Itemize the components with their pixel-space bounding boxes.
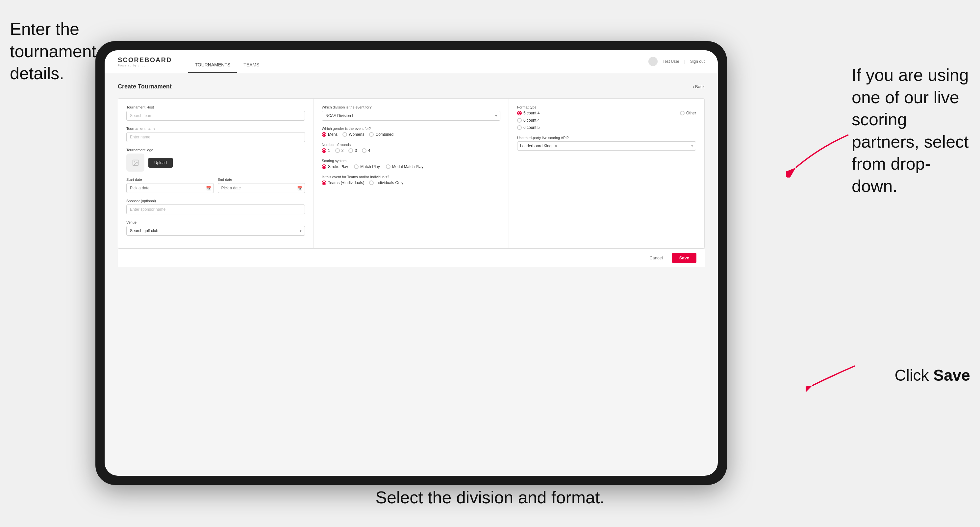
rounds-3[interactable]: 3 [348, 148, 357, 153]
end-date-group: End date 📅 [218, 178, 305, 193]
logo-label: Tournament logo [126, 148, 305, 152]
rounds-3-label: 3 [355, 148, 357, 153]
nav-tabs: TOURNAMENTS TEAMS [188, 50, 266, 73]
host-group: Tournament Host [126, 105, 305, 121]
venue-select-wrapper: Search golf club [126, 226, 305, 236]
format-5count4[interactable]: 5 count 4 [517, 111, 539, 115]
teams-plus-individuals[interactable]: Teams (+Individuals) [322, 181, 364, 185]
rounds-2[interactable]: 2 [335, 148, 344, 153]
avatar [648, 57, 658, 66]
annotation-if-using: If you are using one of our live scoring… [852, 64, 970, 198]
calendar-icon-start: 📅 [206, 186, 211, 190]
sponsor-input[interactable] [126, 205, 305, 214]
format-6count5-dot [517, 125, 522, 130]
api-tag: Leaderboard King ✕ ▾ [517, 141, 696, 151]
rounds-1[interactable]: 1 [322, 148, 330, 153]
api-dropdown-icon[interactable]: ▾ [691, 144, 693, 148]
format-6count5-label: 6 count 5 [523, 125, 539, 130]
upload-button[interactable]: Upload [148, 158, 173, 168]
gender-womens-label: Womens [349, 132, 364, 137]
gender-label: Which gender is the event for? [322, 127, 500, 130]
gender-mens-dot [322, 132, 326, 137]
scoring-radio-group: Stroke Play Match Play Medal Match Play [322, 164, 500, 169]
venue-select[interactable]: Search golf club [126, 226, 305, 236]
user-name: Test User [663, 59, 679, 64]
scoring-match-dot [354, 164, 359, 169]
rounds-group: Number of rounds 1 2 [322, 143, 500, 153]
logo-upload-area: Upload [126, 154, 305, 171]
tablet-screen: SCOREBOARD Powered by clippit TOURNAMENT… [105, 50, 718, 476]
format-6count4-label: 6 count 4 [523, 118, 539, 123]
save-button[interactable]: Save [672, 253, 697, 263]
start-date-input[interactable] [126, 183, 214, 193]
gender-mens-label: Mens [328, 132, 337, 137]
gender-combined[interactable]: Combined [369, 132, 393, 137]
teams-radio-group: Teams (+Individuals) Individuals Only [322, 181, 500, 185]
api-remove-icon[interactable]: ✕ [554, 143, 558, 149]
division-select-wrapper: NCAA Division I [322, 111, 500, 121]
page-title: Create Tournament [118, 83, 172, 90]
venue-label: Venue [126, 220, 305, 224]
format-5count4-label: 5 count 4 [523, 111, 539, 115]
header-right: Test User | Sign out [648, 57, 705, 66]
scoring-medal-dot [386, 164, 390, 169]
rounds-1-label: 1 [328, 148, 330, 153]
signout-link[interactable]: Sign out [690, 59, 705, 64]
rounds-4-label: 4 [368, 148, 371, 153]
rounds-4[interactable]: 4 [362, 148, 371, 153]
api-value: Leaderboard King [520, 144, 551, 148]
scoring-stroke-dot [322, 164, 326, 169]
format-6count5[interactable]: 6 count 5 [517, 125, 539, 130]
logo-group: Tournament logo Upload [126, 148, 305, 171]
app-logo: SCOREBOARD [118, 56, 172, 64]
start-date-wrapper: 📅 [126, 183, 214, 193]
division-group: Which division is the event for? NCAA Di… [322, 105, 500, 121]
format-row: 5 count 4 6 count 4 6 count 5 [517, 111, 696, 130]
form-column-2: Which division is the event for? NCAA Di… [313, 98, 509, 248]
gender-group: Which gender is the event for? Mens Wome… [322, 127, 500, 137]
format-right: Other [680, 111, 696, 115]
host-input[interactable] [126, 111, 305, 121]
app-container: SCOREBOARD Powered by clippit TOURNAMENT… [105, 50, 718, 476]
rounds-2-label: 2 [342, 148, 344, 153]
annotation-select-division: Select the division and format. [375, 487, 605, 509]
rounds-label: Number of rounds [322, 143, 500, 147]
teams-individuals-only[interactable]: Individuals Only [369, 181, 403, 185]
page-header: Create Tournament ‹ Back [118, 83, 705, 90]
logo-placeholder-icon [126, 154, 145, 171]
app-header: SCOREBOARD Powered by clippit TOURNAMENT… [105, 50, 718, 73]
end-date-wrapper: 📅 [218, 183, 305, 193]
cancel-button[interactable]: Cancel [644, 253, 668, 263]
scoring-stroke[interactable]: Stroke Play [322, 164, 348, 169]
division-label: Which division is the event for? [322, 105, 500, 109]
name-input[interactable] [126, 132, 305, 142]
header-left: SCOREBOARD Powered by clippit TOURNAMENT… [118, 50, 266, 73]
name-label: Tournament name [126, 127, 305, 130]
sponsor-label: Sponsor (optional) [126, 199, 305, 203]
format-other[interactable]: Other [680, 111, 696, 115]
gender-combined-label: Combined [375, 132, 393, 137]
svg-point-5 [134, 161, 135, 162]
format-6count4[interactable]: 6 count 4 [517, 118, 539, 123]
back-button[interactable]: ‹ Back [692, 84, 705, 89]
gender-womens-dot [342, 132, 347, 137]
form-column-3: Format type 5 count 4 6 count [509, 98, 704, 248]
dates-group: Start date 📅 End date [126, 178, 305, 193]
end-date-input[interactable] [218, 183, 305, 193]
calendar-icon-end: 📅 [297, 186, 302, 190]
scoring-medal[interactable]: Medal Match Play [386, 164, 423, 169]
format-other-label: Other [686, 111, 696, 115]
teams-only-label: Individuals Only [375, 181, 403, 185]
rounds-radio-group: 1 2 3 [322, 148, 500, 153]
host-label: Tournament Host [126, 105, 305, 109]
scoring-match[interactable]: Match Play [354, 164, 380, 169]
annotation-click-save: Click Save [895, 365, 970, 386]
gender-womens[interactable]: Womens [342, 132, 364, 137]
api-label: Use third-party live scoring API? [517, 136, 696, 140]
api-group: Use third-party live scoring API? Leader… [517, 136, 696, 151]
nav-tab-teams[interactable]: TEAMS [237, 62, 266, 73]
gender-mens[interactable]: Mens [322, 132, 337, 137]
nav-tab-tournaments[interactable]: TOURNAMENTS [188, 62, 237, 73]
division-select[interactable]: NCAA Division I [322, 111, 500, 121]
date-fields: Start date 📅 End date [126, 178, 305, 193]
